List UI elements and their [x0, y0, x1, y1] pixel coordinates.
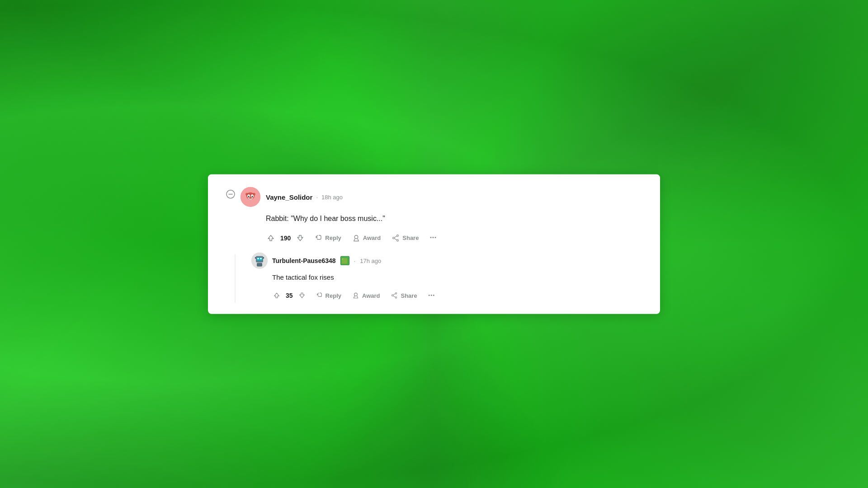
avatar-svg [241, 187, 260, 207]
reply-more-label: ··· [428, 291, 435, 300]
main-award-button[interactable]: Award [348, 231, 386, 244]
collapse-button[interactable] [222, 187, 239, 202]
reply-header: Turbulent-Pause6348 🟩 · 17h ago [251, 253, 646, 269]
main-share-label: Share [402, 235, 419, 241]
svg-point-27 [396, 297, 397, 298]
reply-award-label: Award [362, 292, 380, 299]
main-comment: Vayne_Solidor · 18h ago Rabbit: "Why do … [222, 187, 646, 303]
svg-rect-23 [263, 257, 264, 259]
svg-rect-19 [257, 258, 259, 259]
upvote-icon [267, 234, 275, 242]
reply-content: Turbulent-Pause6348 🟩 · 17h ago The tact… [248, 253, 646, 303]
main-more-label: ··· [429, 233, 436, 243]
svg-point-8 [248, 196, 250, 197]
reply-more-button[interactable]: ··· [424, 288, 439, 303]
main-username: Vayne_Solidor [266, 193, 312, 201]
reply-award-button[interactable]: Award [348, 289, 385, 302]
svg-point-12 [393, 237, 395, 239]
minecraft-emoji: 🟩 [340, 256, 349, 265]
reply-reply-button[interactable]: Reply [311, 289, 346, 302]
svg-point-13 [397, 239, 399, 241]
svg-line-29 [393, 296, 396, 297]
svg-line-15 [394, 238, 397, 239]
award-icon [352, 234, 360, 242]
main-upvote-button[interactable] [263, 231, 278, 244]
main-award-label: Award [363, 235, 381, 241]
svg-point-11 [397, 235, 399, 236]
thread-line-vertical [235, 254, 236, 303]
reply-upvote-button[interactable] [269, 289, 284, 302]
reply-comment-actions: 35 Reply [269, 288, 646, 303]
svg-rect-22 [255, 257, 256, 259]
reply-vote-count: 35 [286, 292, 293, 299]
svg-point-24 [354, 293, 358, 296]
svg-rect-21 [257, 263, 262, 267]
separator-dot: · [316, 193, 318, 200]
main-comment-body: Rabbit: "Why do I hear boss music..." [266, 213, 646, 224]
reply-avatar-svg [251, 253, 268, 269]
main-comment-meta: Vayne_Solidor · 18h ago [266, 193, 343, 201]
main-vote-count: 190 [280, 234, 291, 241]
svg-point-9 [252, 196, 253, 197]
main-downvote-button[interactable] [292, 231, 308, 244]
reply-award-icon [352, 292, 359, 299]
main-timestamp: 18h ago [321, 193, 343, 200]
thread-connector [222, 253, 248, 303]
comment-card: Vayne_Solidor · 18h ago Rabbit: "Why do … [208, 174, 660, 314]
reply-comment-body: The tactical fox rises [272, 272, 646, 283]
main-reply-button[interactable]: Reply [310, 231, 345, 244]
svg-point-25 [396, 292, 397, 294]
svg-rect-20 [260, 258, 262, 259]
reply-downvote-icon [298, 292, 306, 299]
reply-share-icon [391, 292, 398, 299]
downvote-icon [296, 234, 304, 242]
main-reply-label: Reply [325, 235, 341, 241]
main-avatar [241, 187, 260, 207]
reply-upvote-icon [273, 292, 280, 299]
main-more-button[interactable]: ··· [425, 230, 441, 245]
reply-icon [314, 234, 322, 242]
reply-timestamp: 17h ago [360, 257, 381, 264]
svg-point-10 [354, 235, 358, 239]
reply-share-button[interactable]: Share [386, 289, 421, 302]
main-comment-header: Vayne_Solidor · 18h ago [241, 187, 646, 207]
reply-reply-label: Reply [326, 292, 341, 299]
svg-line-14 [394, 236, 397, 237]
reply-thread: Turbulent-Pause6348 🟩 · 17h ago The tact… [222, 253, 646, 303]
collapse-icon [226, 190, 235, 199]
main-comment-actions: 190 Reply [263, 230, 646, 245]
reply-avatar [251, 253, 268, 269]
reply-separator-dot: · [354, 257, 356, 264]
main-share-button[interactable]: Share [387, 231, 423, 244]
reply-reply-icon [316, 292, 323, 299]
reply-share-label: Share [401, 292, 417, 299]
share-icon [392, 234, 400, 242]
svg-line-28 [393, 294, 396, 295]
svg-point-26 [392, 295, 393, 296]
reply-downvote-button[interactable] [295, 289, 309, 302]
reply-username: Turbulent-Pause6348 [272, 257, 336, 264]
